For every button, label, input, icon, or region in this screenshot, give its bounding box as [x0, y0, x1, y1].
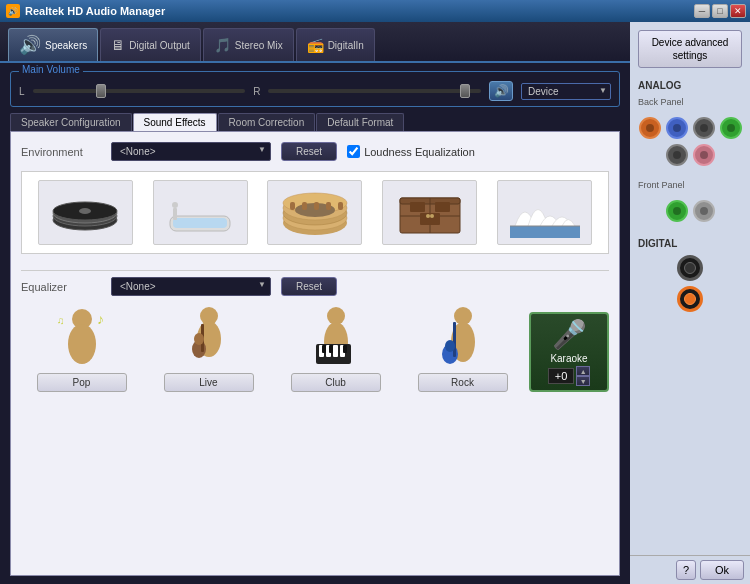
- jack-front-gray[interactable]: [693, 200, 715, 222]
- karaoke-box[interactable]: 🎤 Karaoke +0 ▲ ▼: [529, 312, 609, 392]
- karaoke-counter: +0 ▲ ▼: [548, 366, 591, 386]
- music-item-club: Club: [275, 304, 396, 392]
- karaoke-item: 🎤 Karaoke +0 ▲ ▼: [529, 312, 609, 392]
- music-grid: ♪ ♫ Pop: [21, 304, 609, 392]
- svg-rect-48: [329, 345, 333, 353]
- tab-digital-output[interactable]: 🖥 Digital Output: [100, 28, 201, 61]
- close-button[interactable]: ✕: [730, 4, 746, 18]
- environment-grid: [21, 171, 609, 254]
- bottom-bar: ? Ok: [630, 555, 750, 584]
- equalizer-select[interactable]: <None>: [111, 277, 271, 296]
- karaoke-label: Karaoke: [550, 353, 587, 364]
- volume-section: Main Volume L R 🔊 Device ▼: [10, 71, 620, 107]
- divider: [21, 270, 609, 271]
- svg-rect-47: [322, 345, 326, 353]
- tab-speakers[interactable]: 🔊 Speakers: [8, 28, 98, 61]
- left-volume-thumb[interactable]: [96, 84, 106, 98]
- svg-rect-6: [173, 218, 227, 228]
- music-item-live: Live: [148, 304, 269, 392]
- club-icon: [291, 304, 381, 369]
- env-item-opera-house[interactable]: [489, 180, 600, 245]
- mute-button[interactable]: 🔊: [489, 81, 513, 101]
- equalizer-reset-button[interactable]: Reset: [281, 277, 337, 296]
- help-button[interactable]: ?: [676, 560, 696, 580]
- rock-button[interactable]: Rock: [418, 373, 508, 392]
- karaoke-value: +0: [548, 368, 575, 384]
- env-item-wooden-box[interactable]: [374, 180, 485, 245]
- jack-pink[interactable]: [693, 144, 715, 166]
- env-item-bathtub[interactable]: [145, 180, 256, 245]
- loudness-checkbox[interactable]: [347, 145, 360, 158]
- front-panel-jacks: [638, 200, 742, 222]
- loudness-label: Loudness Equalization: [364, 146, 475, 158]
- tab-digital-output-label: Digital Output: [129, 40, 190, 51]
- jack-dark1[interactable]: [693, 117, 715, 139]
- tab-default-format[interactable]: Default Format: [316, 113, 404, 131]
- app-icon: 🔊: [6, 4, 20, 18]
- main-container: 🔊 Speakers 🖥 Digital Output 🎵 Stereo Mix…: [0, 22, 750, 584]
- right-channel-label: R: [253, 86, 260, 97]
- svg-text:♪: ♪: [97, 311, 104, 327]
- digital-jacks: [638, 255, 742, 312]
- tab-room-correction[interactable]: Room Correction: [218, 113, 316, 131]
- karaoke-up-arrow[interactable]: ▲: [576, 366, 590, 376]
- left-volume-slider[interactable]: [33, 89, 246, 93]
- tab-speaker-configuration[interactable]: Speaker Configuration: [10, 113, 132, 131]
- svg-point-32: [68, 324, 96, 364]
- tab-sound-effects[interactable]: Sound Effects: [133, 113, 217, 131]
- tab-stereo-mix-label: Stereo Mix: [235, 40, 283, 51]
- svg-rect-15: [290, 202, 295, 210]
- jack-orange[interactable]: [639, 117, 661, 139]
- rock-icon: [418, 304, 508, 369]
- right-panel: Device advanced settings ANALOG Back Pan…: [630, 22, 750, 584]
- digital-in-icon: 📻: [307, 37, 324, 53]
- ok-button[interactable]: Ok: [700, 560, 744, 580]
- jack-green[interactable]: [720, 117, 742, 139]
- env-img-wooden-box: [382, 180, 477, 245]
- env-img-opera-house: [497, 180, 592, 245]
- environment-select[interactable]: <None>: [111, 142, 271, 161]
- env-item-colosseum[interactable]: [260, 180, 371, 245]
- karaoke-down-arrow[interactable]: ▼: [576, 376, 590, 386]
- jack-blue[interactable]: [666, 117, 688, 139]
- digital-jack-black[interactable]: [677, 255, 703, 281]
- right-volume-thumb[interactable]: [460, 84, 470, 98]
- svg-point-28: [430, 214, 434, 218]
- device-select[interactable]: Device: [521, 83, 611, 100]
- loudness-equalization-check[interactable]: Loudness Equalization: [347, 145, 475, 158]
- app-title: Realtek HD Audio Manager: [25, 5, 165, 17]
- env-item-disc[interactable]: [30, 180, 141, 245]
- svg-point-54: [445, 340, 455, 352]
- content-area: Environment <None> Reset Loudness Equali…: [10, 131, 620, 576]
- tab-bar: 🔊 Speakers 🖥 Digital Output 🎵 Stereo Mix…: [0, 22, 630, 63]
- environment-reset-button[interactable]: Reset: [281, 142, 337, 161]
- jack-dark2[interactable]: [666, 144, 688, 166]
- music-item-pop: ♪ ♫ Pop: [21, 304, 142, 392]
- advanced-settings-button[interactable]: Device advanced settings: [638, 30, 742, 68]
- svg-rect-29: [510, 226, 580, 238]
- stereo-mix-icon: 🎵: [214, 37, 231, 53]
- karaoke-arrows: ▲ ▼: [576, 366, 590, 386]
- analog-section-title: ANALOG: [638, 80, 742, 91]
- left-panel: 🔊 Speakers 🖥 Digital Output 🎵 Stereo Mix…: [0, 22, 630, 584]
- digital-jack-orange[interactable]: [677, 286, 703, 312]
- pop-button[interactable]: Pop: [37, 373, 127, 392]
- maximize-button[interactable]: □: [712, 4, 728, 18]
- jack-front-green[interactable]: [666, 200, 688, 222]
- club-button[interactable]: Club: [291, 373, 381, 392]
- environment-label: Environment: [21, 146, 101, 158]
- live-button[interactable]: Live: [164, 373, 254, 392]
- tab-stereo-mix[interactable]: 🎵 Stereo Mix: [203, 28, 294, 61]
- right-volume-slider[interactable]: [268, 89, 481, 93]
- tab-digital-in-label: DigitalIn: [328, 40, 364, 51]
- svg-point-39: [194, 333, 204, 345]
- env-img-disc: [38, 180, 133, 245]
- equalizer-row: Equalizer <None> Reset: [21, 277, 609, 296]
- tab-digital-in[interactable]: 📻 DigitalIn: [296, 28, 375, 61]
- env-img-bathtub: [153, 180, 248, 245]
- minimize-button[interactable]: ─: [694, 4, 710, 18]
- back-panel-label: Back Panel: [638, 97, 742, 107]
- svg-rect-26: [420, 213, 440, 225]
- svg-rect-53: [453, 322, 456, 357]
- back-panel-jacks: [638, 117, 742, 166]
